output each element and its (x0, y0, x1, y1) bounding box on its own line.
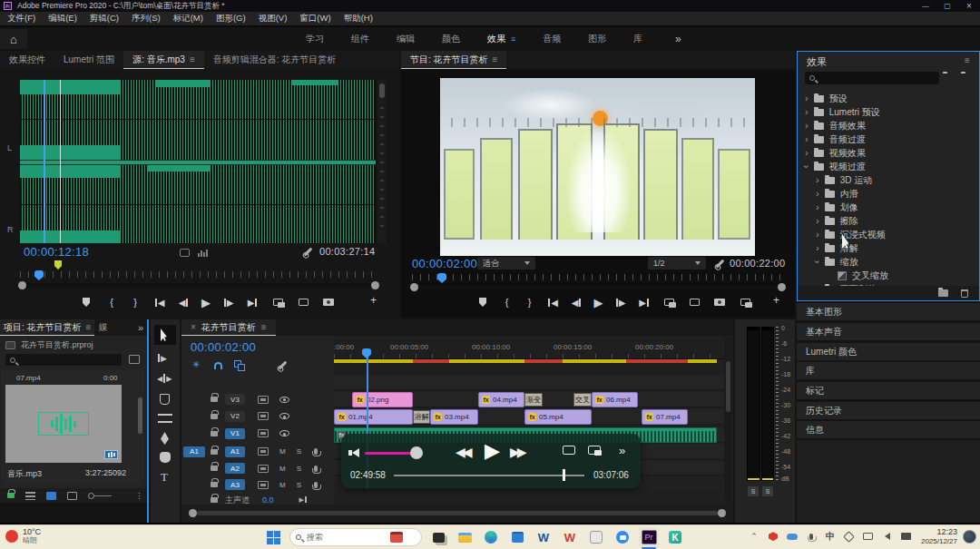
close-button[interactable]: × (958, 1, 980, 11)
sync-lock-icon[interactable] (258, 447, 269, 456)
jianying-button[interactable] (586, 527, 606, 547)
project-file-row[interactable]: 花卉节目赏析.prproj (5, 339, 93, 351)
program-video-frame[interactable] (440, 78, 755, 256)
track-label-v3[interactable]: V3 (225, 394, 245, 405)
transition-gradient-wipe[interactable]: 渐变 (524, 393, 543, 407)
program-current-timecode[interactable]: 00:00:02:00 (412, 257, 477, 270)
clip-06-mp4[interactable]: fx06.mp4 (592, 392, 638, 407)
panel-menu-icon[interactable]: ≡ (261, 322, 267, 332)
workspace-tab-graphics[interactable]: 图形 (574, 33, 620, 45)
solo-button[interactable]: S (297, 447, 301, 456)
zoom-handle-left[interactable] (410, 283, 418, 291)
workspace-menu-icon[interactable]: ≡ (511, 34, 515, 44)
panel-essential-sound[interactable]: 基本声音 (797, 323, 980, 340)
track-label-a2[interactable]: A2 (225, 463, 245, 474)
k-app-button[interactable]: K (665, 527, 685, 547)
notification-center-button[interactable] (962, 529, 976, 544)
step-forward-button[interactable]: ▶ (610, 298, 632, 308)
weather-widget[interactable]: 10°C 晴朗 (5, 528, 41, 545)
volume-icon[interactable] (352, 448, 359, 457)
clip-05-mp4[interactable]: fx05.mp4 (524, 409, 592, 425)
tree-item-wipe[interactable]: ›划像 (798, 201, 977, 214)
rewind-button[interactable]: ◀◀ (456, 445, 470, 459)
effects-search-box[interactable] (805, 72, 939, 84)
timeline-current-timecode[interactable]: 00:00:02:00 (191, 340, 256, 354)
menu-edit[interactable]: 编辑(E) (48, 13, 77, 25)
mute-button[interactable]: M (279, 447, 286, 456)
playback-overlay[interactable]: ◀◀ ▶ ▶▶ » 02:49:58 03:07:06 (341, 434, 641, 488)
new-bin-icon[interactable] (938, 289, 948, 297)
edge-browser-button[interactable] (481, 527, 501, 547)
premiere-taskbar-button[interactable]: Pr (639, 527, 659, 547)
sync-lock-icon[interactable] (258, 412, 269, 420)
taskbar-clock[interactable]: 12:23 2025/12/27 (921, 527, 957, 545)
panel-libraries[interactable]: 库 (797, 362, 980, 379)
track-label-a1[interactable]: A1 (225, 446, 245, 457)
tree-item-slide[interactable]: ›内滑 (798, 187, 977, 201)
sequence-close-icon[interactable]: × (191, 322, 196, 332)
timeline-zoom-handle-left[interactable] (189, 509, 197, 517)
source-settings-wrench-icon[interactable] (304, 248, 313, 257)
start-button[interactable] (263, 527, 283, 547)
lock-icon[interactable] (211, 466, 218, 471)
timeline-ruler[interactable]: :00:00 00:00:05:00 00:00:10:00 00:00:15:… (334, 336, 724, 359)
go-to-in-button[interactable]: ◀ (147, 298, 172, 308)
workspace-overflow-chevron[interactable]: » (675, 33, 681, 45)
mark-out-button[interactable]: } (518, 297, 541, 308)
tray-remote-icon[interactable] (842, 529, 857, 544)
nest-insert-icon[interactable]: ✳ (192, 359, 200, 369)
program-settings-wrench-icon[interactable] (716, 260, 725, 269)
tab-program-monitor[interactable]: 节目: 花卉节目赏析≡ (401, 51, 506, 69)
mute-button[interactable]: M (279, 465, 286, 473)
source-button-editor-plus[interactable]: + (370, 294, 377, 307)
tab-project[interactable]: 项目: 花卉节目赏析≡ (0, 319, 94, 336)
minimize-button[interactable]: — (915, 2, 936, 10)
menu-window[interactable]: 窗口(W) (299, 13, 330, 25)
workspace-tab-learn[interactable]: 学习 (292, 33, 338, 45)
solo-right-button[interactable]: S (762, 486, 773, 496)
menu-sequence[interactable]: 序列(S) (132, 13, 161, 25)
delete-icon[interactable] (961, 289, 968, 298)
tray-volume-icon[interactable] (880, 529, 895, 544)
program-timeline-ruler[interactable] (412, 274, 784, 280)
volume-slider-knob[interactable] (410, 446, 423, 459)
program-playhead-thumb[interactable] (437, 273, 446, 283)
go-to-in-button[interactable]: ◀ (541, 298, 565, 308)
sync-lock-icon[interactable] (258, 481, 269, 489)
source-timeline-ruler[interactable] (20, 271, 376, 278)
menu-view[interactable]: 视图(V) (259, 13, 288, 25)
sync-lock-icon[interactable] (258, 429, 269, 437)
project-search-box[interactable] (5, 354, 122, 366)
icon-view-icon[interactable] (46, 492, 56, 500)
master-level-value[interactable]: 0.0 (262, 495, 274, 505)
tab-source-monitor[interactable]: 源: 音乐.mp3≡ (123, 51, 204, 69)
track-visibility-icon[interactable] (279, 413, 289, 419)
microsoft-store-button[interactable] (507, 527, 527, 547)
source-playhead-line[interactable] (44, 80, 45, 243)
menu-clip[interactable]: 剪辑(C) (90, 13, 119, 25)
workspace-tab-audio[interactable]: 音频 (529, 33, 574, 45)
slip-tool[interactable] (158, 414, 172, 423)
list-view-icon[interactable] (25, 492, 35, 500)
hand-tool[interactable] (160, 452, 171, 463)
workspace-tab-editing[interactable]: 编辑 (383, 33, 428, 45)
play-button[interactable]: ▶ (194, 296, 218, 309)
sync-lock-icon[interactable] (258, 465, 269, 473)
task-view-button[interactable] (428, 527, 448, 547)
solo-button[interactable]: S (297, 465, 301, 473)
track-select-tool[interactable]: ▶ (158, 354, 167, 363)
tree-item-cross-zoom[interactable]: 交叉缩放 (798, 269, 977, 282)
project-items-scrollbar[interactable] (138, 397, 142, 434)
mark-out-button[interactable]: } (123, 297, 147, 308)
export-frame-button[interactable] (707, 299, 732, 306)
word-button[interactable]: W (534, 527, 554, 547)
overlay-play-button[interactable]: ▶ (485, 439, 500, 463)
tab-effect-controls[interactable]: 效果控件 (0, 51, 54, 69)
lock-icon[interactable] (211, 482, 218, 487)
track-label-v2[interactable]: V2 (225, 411, 245, 422)
panel-lumetri-color[interactable]: Lumetri 颜色 (797, 343, 980, 360)
go-to-out-button[interactable]: ▶ (240, 298, 265, 308)
tray-device-icon[interactable] (899, 529, 914, 544)
panel-menu-icon[interactable]: ≡ (86, 322, 92, 332)
tree-item-lumetri-presets[interactable]: ›Lumetri 预设 (798, 105, 977, 119)
